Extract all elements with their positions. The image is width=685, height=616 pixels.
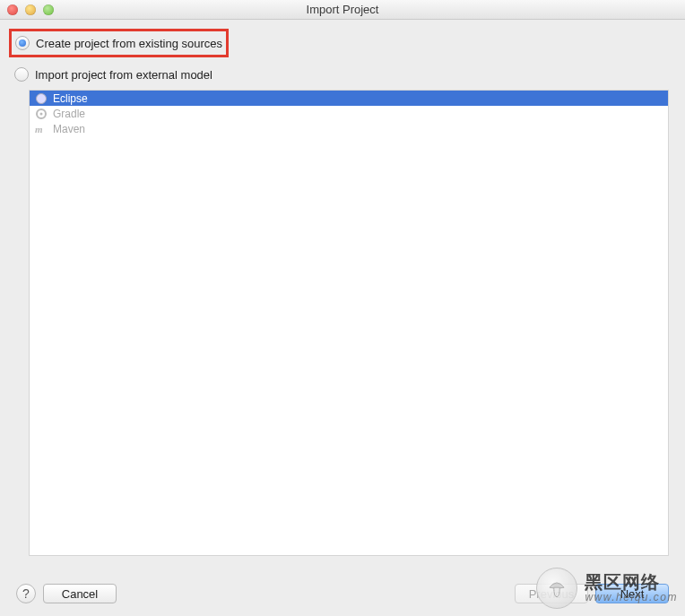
button-label: Previous	[529, 587, 575, 601]
radio-indicator-unchecked	[14, 67, 29, 82]
radio-label: Import project from external model	[35, 68, 212, 82]
list-item-maven[interactable]: m Maven	[30, 121, 668, 136]
button-label: Next	[620, 587, 645, 601]
minimize-window-button[interactable]	[25, 4, 36, 15]
list-item-label: Gradle	[53, 108, 85, 120]
radio-create-from-existing[interactable]: Create project from existing sources	[13, 33, 224, 53]
svg-point-0	[37, 93, 47, 103]
help-icon: ?	[22, 586, 30, 601]
gradle-icon	[35, 108, 48, 120]
list-item-label: Eclipse	[53, 92, 88, 105]
window-title: Import Project	[0, 3, 685, 16]
external-model-listbox[interactable]: Eclipse Gradle m Maven	[29, 90, 669, 556]
zoom-window-button[interactable]	[43, 4, 54, 15]
svg-text:m: m	[35, 124, 43, 134]
window-controls	[7, 4, 54, 15]
radio-indicator-checked	[15, 36, 30, 50]
previous-button[interactable]: Previous	[515, 584, 588, 603]
close-window-button[interactable]	[7, 4, 18, 15]
eclipse-icon	[35, 92, 48, 105]
dialog-content: Create project from existing sources Imp…	[0, 20, 685, 556]
button-bar: ? Cancel Previous Next	[0, 571, 685, 616]
maven-icon: m	[35, 123, 48, 135]
radio-label: Create project from existing sources	[36, 37, 222, 50]
list-item-gradle[interactable]: Gradle	[30, 106, 668, 121]
highlight-annotation: Create project from existing sources	[9, 29, 229, 57]
cancel-button[interactable]: Cancel	[43, 584, 117, 603]
svg-point-2	[40, 112, 43, 115]
list-item-eclipse[interactable]: Eclipse	[30, 91, 668, 106]
list-item-label: Maven	[53, 123, 85, 135]
button-label: Cancel	[62, 587, 98, 601]
radio-import-external-model[interactable]: Import project from external model	[13, 65, 669, 84]
next-button[interactable]: Next	[595, 584, 669, 603]
titlebar: Import Project	[0, 0, 685, 20]
help-button[interactable]: ?	[16, 584, 36, 603]
